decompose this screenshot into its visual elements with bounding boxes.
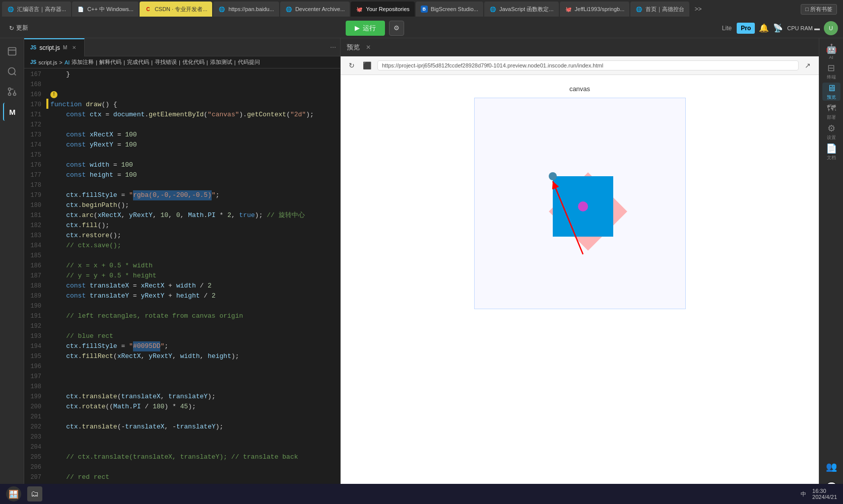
- editor-tab-scriptjs[interactable]: JS script.js M ✕: [24, 38, 85, 56]
- breadcrumb: JS script.js > AI 添加注释 | 解释代码 | 完成代码 | 寻…: [24, 56, 340, 68]
- sidebar-item-m[interactable]: M: [3, 103, 21, 121]
- activity-bar: M ✕: [0, 38, 24, 504]
- more-tabs-button[interactable]: >>: [690, 4, 705, 15]
- code-line-169: !: [50, 90, 340, 100]
- breadcrumb-ai-badge: AI: [64, 59, 70, 65]
- preview-open-external-button[interactable]: ↗: [803, 59, 813, 71]
- sidebar-item-terminal[interactable]: ⊟ 终端: [822, 62, 840, 81]
- lite-button[interactable]: Lite: [718, 23, 736, 34]
- tab-icon-0: 🌐: [7, 6, 14, 13]
- js-badge: JS: [30, 45, 36, 50]
- code-line-170: function draw() {: [50, 100, 340, 110]
- update-button[interactable]: ↻ 更新: [5, 22, 32, 34]
- update-label: 更新: [16, 24, 28, 32]
- browser-tab-2[interactable]: C CSDN · 专业开发者...: [140, 2, 213, 17]
- run-settings-button[interactable]: ⚙: [389, 21, 404, 36]
- docs-icon: 📄: [826, 143, 837, 154]
- preview-refresh-button[interactable]: ↻: [347, 59, 357, 71]
- taskbar-start[interactable]: 🪟: [6, 486, 21, 501]
- browser-tab-0[interactable]: 🌐 汇编语言｜高存器...: [2, 2, 71, 17]
- preview-close-button[interactable]: ✕: [364, 43, 373, 52]
- code-line-201: [50, 412, 340, 422]
- toolbar-left: ↻ 更新: [5, 22, 32, 34]
- browser-tab-6[interactable]: B BigScreen Studio...: [416, 2, 483, 17]
- code-area[interactable]: 167 168 169 170 171 172 173 174 175 176 …: [24, 68, 340, 492]
- sidebar-item-deploy[interactable]: 🗺 部署: [822, 103, 840, 121]
- code-line-207: // red rect: [50, 472, 340, 482]
- sidebar-item-search[interactable]: [3, 62, 21, 81]
- sidebar-item-preview[interactable]: 🖥 预览: [822, 83, 840, 101]
- browser-tab-5[interactable]: 🐙 Your Repositories: [351, 2, 414, 17]
- browser-tab-8[interactable]: 🐙 JeffLi1993/springb...: [560, 2, 630, 17]
- code-line-189: const translateY = yRextY + height / 2: [50, 291, 340, 301]
- code-line-198: [50, 382, 340, 392]
- browser-tab-9[interactable]: 🌐 首页｜高德控台: [630, 2, 689, 17]
- canvas-frame: [474, 98, 686, 309]
- tab-icon-5: 🐙: [356, 6, 363, 13]
- tab-label-1: C++ 中 Windows...: [87, 6, 134, 13]
- preview-label: 预览: [827, 94, 836, 101]
- sidebar-item-explorer[interactable]: [3, 42, 21, 60]
- code-line-179: ctx.fillStyle = "rgba(0,-0,-200,-0.5)";: [50, 190, 340, 200]
- modified-badge: M: [63, 45, 67, 50]
- breadcrumb-sep1: >: [59, 59, 62, 65]
- preview-title: 预览: [347, 43, 360, 52]
- preview-header: 预览 ✕: [341, 38, 819, 56]
- sidebar-item-ai[interactable]: 🤖 AI: [822, 42, 840, 60]
- editor-tab-close[interactable]: ✕: [70, 44, 78, 52]
- editor-tab-label: script.js: [39, 44, 60, 51]
- sidebar-item-docs[interactable]: 📄 文档: [822, 143, 840, 161]
- notification-icon[interactable]: 🔔: [759, 23, 769, 33]
- tab-icon-9: 🌐: [635, 6, 642, 13]
- browser-tab-1[interactable]: 📄 C++ 中 Windows...: [72, 2, 139, 17]
- breadcrumb-test: 添加测试: [210, 58, 232, 66]
- code-line-192: [50, 321, 340, 331]
- code-line-197: [50, 372, 340, 382]
- docs-label: 文档: [827, 155, 836, 161]
- code-line-190: [50, 301, 340, 311]
- browser-tab-3[interactable]: 🌐 https://pan.baidu...: [213, 2, 279, 17]
- settings-icon: ⚙: [394, 24, 400, 32]
- tab-label-0: 汇编语言｜高存器...: [17, 6, 66, 13]
- svg-point-4: [8, 93, 11, 96]
- settings-label: 设置: [827, 134, 836, 141]
- sidebar-item-users[interactable]: 👥: [822, 458, 840, 476]
- browser-tab-4[interactable]: 🌐 Devcenter Archive...: [280, 2, 350, 17]
- preview-back-button[interactable]: ⬛: [361, 59, 373, 71]
- code-line-171: const ctx = document.getElementById("can…: [50, 110, 340, 120]
- toolbar: ↻ 更新 ▶ 运行 ⚙ Lite Pro 🔔 📡 CPU RAM ▬ U: [0, 18, 843, 38]
- preview-url-display[interactable]: https://project-iprj65f5d812fccdef28928d…: [377, 60, 799, 70]
- sidebar-item-settings[interactable]: ⚙ 设置: [822, 123, 840, 141]
- bookmarks-button[interactable]: □ 所有书签: [801, 4, 837, 15]
- lite-pro-toggle: Lite Pro: [718, 23, 755, 34]
- svg-point-7: [578, 201, 588, 211]
- browser-tab-7[interactable]: 🌐 JavaScript 函数教定...: [484, 2, 559, 17]
- disconnect-icon[interactable]: 📡: [773, 23, 783, 33]
- code-line-173: const xRectX = 100: [50, 130, 340, 140]
- run-button[interactable]: ▶ 运行: [346, 21, 385, 36]
- code-line-194: ctx.fillStyle = "#0095DD";: [50, 341, 340, 351]
- tab-icon-7: 🌐: [489, 6, 496, 13]
- tab-icon-1: 📄: [77, 6, 84, 13]
- svg-point-3: [8, 88, 11, 91]
- tab-label-2: CSDN · 专业开发者...: [155, 6, 208, 13]
- code-line-193: // blue rect: [50, 331, 340, 341]
- sidebar-item-git[interactable]: [3, 83, 21, 101]
- avatar[interactable]: U: [824, 21, 838, 35]
- terminal-icon: ⊟: [827, 62, 835, 74]
- code-content[interactable]: } ! function draw() { const ctx = docume…: [48, 68, 340, 492]
- preview-url-bar: ↻ ⬛ https://project-iprj65f5d812fccdef28…: [341, 56, 819, 75]
- svg-point-2: [13, 93, 16, 96]
- main-layout: M ✕ JS script.js M ✕ ⋯ JS script.js > AI…: [0, 38, 843, 504]
- code-line-188: const translateX = xRectX + width / 2: [50, 281, 340, 291]
- pro-button[interactable]: Pro: [737, 23, 755, 34]
- editor-tab-more[interactable]: ⋯: [326, 44, 340, 51]
- code-line-204: [50, 442, 340, 452]
- canvas-svg: [475, 98, 686, 310]
- code-line-184: // ctx.save();: [50, 241, 340, 251]
- avatar-text: U: [829, 25, 833, 31]
- taskbar-files[interactable]: 🗂: [27, 486, 42, 501]
- taskbar-lang: 中: [801, 490, 806, 498]
- browser-tabs: 🌐 汇编语言｜高存器... 📄 C++ 中 Windows... C CSDN …: [0, 0, 843, 18]
- code-line-205: // ctx.translate(translateX, translateY)…: [50, 452, 340, 462]
